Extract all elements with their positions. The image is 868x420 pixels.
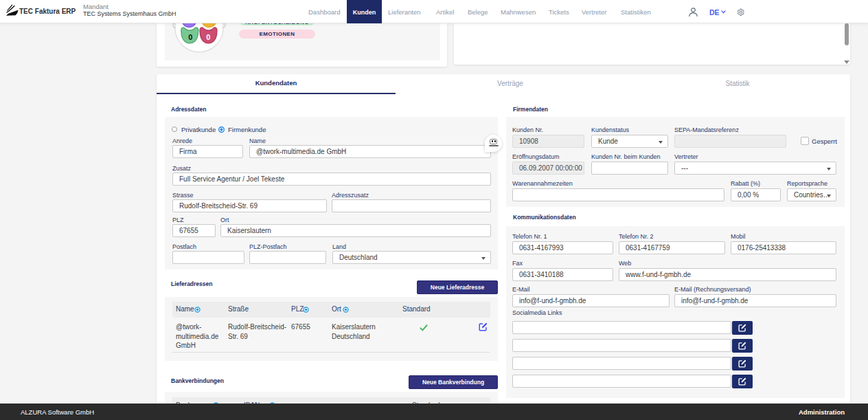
svg-text:0: 0	[206, 33, 210, 41]
svg-text:0: 0	[188, 33, 192, 41]
